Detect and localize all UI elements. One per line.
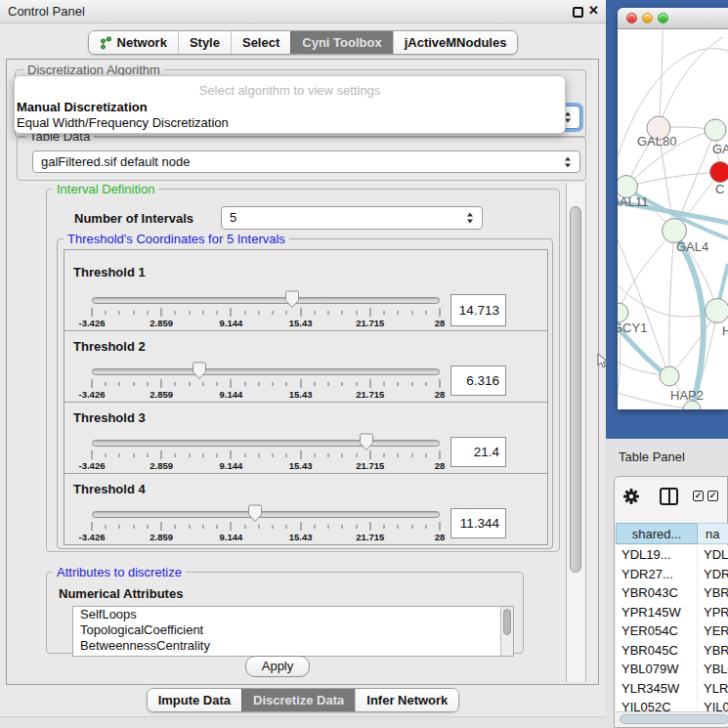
table-row[interactable]: YPR145WYPR1 <box>616 603 728 622</box>
threshold-value-field[interactable]: 14.713 <box>450 294 506 326</box>
threshold-value-field[interactable]: 21.4 <box>450 437 506 467</box>
threshold-box-3: Threshold 3-3.4262.8599.14415.4321.71528… <box>64 402 548 474</box>
panel-scrollbar[interactable] <box>566 183 586 682</box>
table-row[interactable]: YLR345WYLR3 <box>616 679 728 699</box>
tab-cyni-toolbox[interactable]: Cyni Toolbox <box>290 31 392 54</box>
cell-name[interactable]: YBL0 <box>698 660 728 679</box>
table-row[interactable]: YBR045CYBR0 <box>616 641 728 661</box>
table-hscrollbar[interactable] <box>616 711 728 726</box>
cell-name[interactable]: YIL0 <box>698 698 728 711</box>
tick-mark <box>314 525 315 529</box>
close-traffic-light-icon[interactable] <box>626 13 637 23</box>
panel-scrollbar-thumb[interactable] <box>570 206 581 573</box>
cell-name[interactable]: YLR3 <box>698 679 728 699</box>
list-scrollbar-thumb[interactable] <box>503 609 511 635</box>
right-side: GAL80 GA C GAL11 GAL4 GCY1 H HAP2 Table … <box>606 0 728 728</box>
tab-label: Cyni Toolbox <box>302 35 381 50</box>
cell-name[interactable]: YBR0 <box>698 583 728 603</box>
node-gcy1[interactable] <box>618 303 628 322</box>
tab-infer-network[interactable]: Infer Network <box>355 689 458 711</box>
tick-mark <box>119 453 120 457</box>
node-right-mid[interactable] <box>706 299 728 323</box>
threshold-value-field[interactable]: 6.316 <box>450 365 506 396</box>
slider-thumb[interactable] <box>247 504 263 523</box>
cell-name[interactable]: YER0 <box>698 621 728 641</box>
cell-name[interactable]: YDR2 <box>698 565 728 584</box>
table-row[interactable]: YDL19...YDL1 <box>616 545 728 565</box>
cell-shared-name[interactable]: YIL052C <box>616 698 698 711</box>
cell-shared-name[interactable]: YER054C <box>616 621 698 641</box>
table-row[interactable]: YIL052CYIL0 <box>616 698 728 711</box>
tick-mark <box>369 522 370 531</box>
table-row[interactable]: YBR043CYBR0 <box>616 583 728 603</box>
slider-ticks <box>92 522 440 532</box>
popup-item-manual-discretization[interactable]: Manual Discretization <box>17 100 148 114</box>
apply-button[interactable]: Apply <box>245 656 310 677</box>
column-header-shared-name[interactable]: shared... <box>616 523 698 544</box>
list-scrollbar[interactable] <box>500 607 513 656</box>
table-row[interactable]: YBL079WYBL0 <box>616 660 728 679</box>
tick-label: 15.43 <box>289 532 313 542</box>
cell-name[interactable]: YBR0 <box>698 641 728 661</box>
checkbox-icon[interactable]: ✓ <box>707 491 718 501</box>
tick-mark <box>133 382 134 386</box>
network-canvas[interactable]: GAL80 GA C GAL11 GAL4 GCY1 H HAP2 <box>618 29 728 409</box>
tab-network[interactable]: Network <box>89 31 178 54</box>
node-top-right[interactable] <box>705 119 726 141</box>
cell-name[interactable]: YPR1 <box>698 603 728 622</box>
node-red-selected[interactable] <box>710 162 728 183</box>
table-hscrollbar-thumb[interactable] <box>620 714 728 724</box>
cell-shared-name[interactable]: YBL079W <box>616 660 698 679</box>
threshold-value-field[interactable]: 11.344 <box>450 508 506 538</box>
tick-mark <box>342 453 343 457</box>
minimize-traffic-light-icon[interactable] <box>642 13 653 23</box>
cell-shared-name[interactable]: YBR043C <box>616 583 698 603</box>
tick-mark <box>398 453 399 457</box>
tab-select[interactable]: Select <box>231 31 290 54</box>
cell-shared-name[interactable]: YBR045C <box>616 641 698 661</box>
table-row[interactable]: YDR27...YDR2 <box>616 565 728 584</box>
zoom-traffic-light-icon[interactable] <box>658 13 668 23</box>
tick-label: 15.43 <box>289 318 313 328</box>
cell-name[interactable]: YDL1 <box>698 545 728 565</box>
gear-icon[interactable] <box>622 488 640 509</box>
threshold-label: Threshold 1 <box>73 265 146 279</box>
cell-shared-name[interactable]: YPR145W <box>616 603 698 622</box>
close-icon[interactable]: ✕ <box>588 3 599 18</box>
slider-thumb[interactable] <box>284 290 300 309</box>
checkbox-icon[interactable]: ✓ <box>693 491 704 501</box>
slider-tick-labels: -3.4262.8599.14415.4321.71528 <box>92 389 440 401</box>
table-row[interactable]: YER054CYER0 <box>616 621 728 641</box>
slider-thumb[interactable] <box>359 433 374 451</box>
cell-shared-name[interactable]: YLR345W <box>616 679 698 699</box>
attribute-item-betweennesscentrality[interactable]: BetweennessCentrality <box>73 638 513 654</box>
tick-mark <box>314 453 315 457</box>
tab-impute-data[interactable]: Impute Data <box>148 689 241 711</box>
column-header-name[interactable]: na <box>698 523 728 544</box>
tick-mark <box>273 453 274 457</box>
slider-track[interactable] <box>92 440 440 447</box>
tab-style[interactable]: Style <box>178 31 231 54</box>
popup-item-equal-width-frequency-discretization[interactable]: Equal Width/Frequency Discretization <box>17 115 229 130</box>
slider-track[interactable] <box>92 511 440 518</box>
network-window-titlebar <box>618 8 728 29</box>
tick-label: 28 <box>435 532 446 542</box>
tab-discretize-data[interactable]: Discretize Data <box>241 689 355 711</box>
tick-mark <box>356 525 357 529</box>
attribute-item-selfloops[interactable]: SelfLoops <box>73 607 513 622</box>
tab-jactivemnodules[interactable]: jActiveMNodules <box>393 31 518 54</box>
table-data-select[interactable]: galFiltered.sif default node <box>32 150 580 173</box>
number-of-intervals-select[interactable]: 5 <box>221 206 483 230</box>
node-hap2[interactable] <box>660 366 679 386</box>
slider-track[interactable] <box>92 297 440 304</box>
tick-mark <box>189 453 190 457</box>
split-columns-icon[interactable] <box>660 488 678 505</box>
float-window-icon[interactable] <box>573 7 583 18</box>
tab-label: Select <box>242 35 279 50</box>
cell-shared-name[interactable]: YDL19... <box>616 545 698 565</box>
slider-thumb[interactable] <box>192 362 207 380</box>
slider-track[interactable] <box>92 368 440 375</box>
attribute-item-topologicalcoefficient[interactable]: TopologicalCoefficient <box>73 622 513 638</box>
cell-shared-name[interactable]: YDR27... <box>616 565 698 584</box>
numerical-attributes-list[interactable]: SelfLoopsTopologicalCoefficientBetweenne… <box>72 606 514 657</box>
